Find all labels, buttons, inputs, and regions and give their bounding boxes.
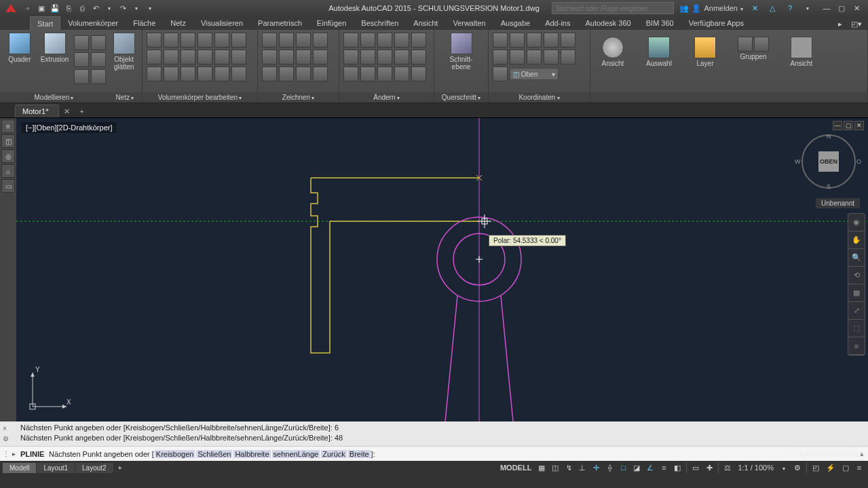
tabs-expand-icon[interactable]: ◰▾ [850,18,863,30]
modellieren-sm5[interactable] [74,69,89,84]
objekt-glaetten-button[interactable]: Objekt glätten [110,33,138,71]
panel-zeichnen-title[interactable]: Zeichnen [258,92,339,102]
modellieren-sm2[interactable] [91,35,106,50]
panel-koordinaten-title[interactable]: Koordinaten [489,92,590,102]
vkb-13[interactable] [147,67,162,81]
mod-10[interactable] [411,50,426,64]
vkb-4[interactable] [197,33,212,48]
help-icon[interactable]: ? [784,2,796,14]
status-3dosnap-icon[interactable]: ◪ [630,462,643,474]
panel-vkb-title[interactable]: Volumenkörper bearbeiten [143,92,257,102]
panel-modellieren-title[interactable]: Modellieren [0,94,108,101]
mod-9[interactable] [394,50,409,64]
status-transp-icon[interactable]: ◧ [671,462,683,474]
qat-undo-dropdown[interactable] [103,2,115,14]
status-annoscale-icon[interactable]: ⚖ [721,462,734,474]
ansicht2-button[interactable]: Ansicht [783,37,820,67]
status-qp-icon[interactable]: ▭ [690,462,702,474]
status-zoom-dropdown[interactable] [778,462,790,473]
lt-btn-2[interactable]: ◫ [1,134,15,148]
schnittebene-button[interactable]: Schnitt- ebene [443,33,480,71]
status-customize-icon[interactable]: ≡ [853,462,865,473]
help-dropdown[interactable] [801,2,814,14]
file-tab-new[interactable]: + [75,105,89,117]
panel-aendern-title[interactable]: Ändern [339,92,434,102]
vkb-6[interactable] [231,33,246,48]
vp-close[interactable]: ✕ [854,121,864,130]
tab-ausgabe[interactable]: Ausgabe [493,16,537,30]
mod-4[interactable] [394,33,409,48]
qat-undo-icon[interactable]: ↶ [90,2,102,14]
draw-9[interactable] [262,67,277,81]
tabs-overflow-icon[interactable]: ▸ [834,18,846,30]
vkb-8[interactable] [164,50,178,64]
vkb-10[interactable] [197,50,212,64]
tab-parametrisch[interactable]: Parametrisch [250,16,309,30]
mod-8[interactable] [377,50,392,64]
draw-11[interactable] [296,67,311,81]
minimize-button[interactable]: — [819,2,834,14]
help-search[interactable] [552,2,674,14]
nav-5[interactable]: ⤢ [848,302,865,320]
nav-6[interactable]: ⬚ [848,320,865,337]
ansicht-button[interactable]: Ansicht [595,37,631,67]
modellieren-sm3[interactable] [74,52,89,67]
vp-minimize[interactable]: — [833,121,842,130]
mod-2[interactable] [360,33,375,48]
draw-4[interactable] [313,33,328,48]
draw-3[interactable] [296,33,311,48]
coord-2[interactable] [510,33,525,48]
status-snap-icon[interactable]: ◫ [549,462,561,474]
modellieren-sm1[interactable] [74,35,89,50]
file-tab-motor1[interactable]: Motor1* [15,105,59,117]
qat-plot-icon[interactable]: ⎙ [76,2,88,14]
qat-saveas-icon[interactable]: ⎘ [62,2,75,14]
draw-6[interactable] [279,50,294,64]
draw-8[interactable] [313,50,328,64]
panel-netz-title[interactable]: Netz [108,94,142,101]
mod-11[interactable] [343,67,358,81]
nav-orbit-icon[interactable]: ⟲ [848,267,865,284]
vkb-12[interactable] [231,50,246,64]
vkb-7[interactable] [147,50,162,64]
viewcube-face[interactable]: OBEN [818,151,839,172]
vkb-17[interactable] [214,67,229,81]
status-grid-icon[interactable]: ▦ [535,462,548,474]
vkb-11[interactable] [214,50,229,64]
status-model[interactable]: MODELL [497,462,534,473]
coord-10[interactable] [561,50,575,64]
ucs-named-combo[interactable]: ◫ Oben▾ [510,68,559,80]
lt-btn-5[interactable]: ▭ [1,179,15,193]
cmd-opt-zurueck[interactable]: Zurück [321,450,347,458]
vkb-3[interactable] [181,33,195,48]
status-cleanscreen-icon[interactable]: ▢ [839,462,852,474]
status-osnap-icon[interactable]: □ [617,462,629,473]
signin-dropdown[interactable] [740,4,743,12]
vkb-5[interactable] [214,33,229,48]
tab-apps[interactable]: Verfügbare Apps [681,16,751,30]
mod-7[interactable] [360,50,375,64]
model-tab-add[interactable]: + [114,463,126,473]
nav-menu[interactable]: ≡ [848,337,865,355]
status-sc-icon[interactable]: ✚ [703,462,715,474]
draw-2[interactable] [279,33,294,48]
draw-7[interactable] [296,50,311,64]
status-hwaccel-icon[interactable]: ⚡ [823,462,838,474]
model-tab-layout1[interactable]: Layout1 [37,463,75,473]
qat-open-icon[interactable]: ▣ [35,2,48,14]
nav-zoom-icon[interactable]: 🔍 [848,249,865,267]
tab-volumenkoerper[interactable]: Volumenkörper [60,16,126,30]
tab-flaeche[interactable]: Fläche [126,16,163,30]
extrusion-button[interactable]: Extrusion [39,33,71,63]
tab-verwalten[interactable]: Verwalten [445,16,493,30]
maximize-button[interactable]: ▢ [834,2,849,14]
vkb-14[interactable] [164,67,178,81]
auswahl-button[interactable]: Auswahl [641,37,677,67]
qat-customize[interactable] [144,2,156,14]
draw-5[interactable] [262,50,277,64]
mod-12[interactable] [360,67,375,81]
status-polar-icon[interactable]: ✛ [590,462,602,474]
cmd-opt-kreisbogen[interactable]: Kreisbogen [155,450,195,458]
draw-1[interactable] [262,33,277,48]
nav-showmotion-icon[interactable]: ▦ [848,284,865,302]
